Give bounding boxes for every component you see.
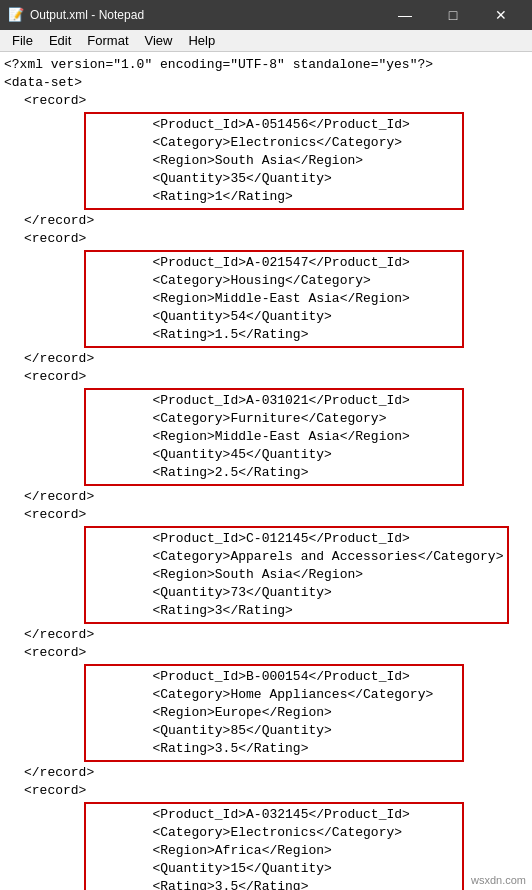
editor-content: <?xml version="1.0" encoding="UTF-8" sta… xyxy=(4,56,528,890)
record-4-line-3: <Quantity>85</Quantity> xyxy=(90,722,458,740)
record-open-0: <record> xyxy=(4,92,528,110)
record-open-5: <record> xyxy=(4,782,528,800)
record-0-line-2: <Region>South Asia</Region> xyxy=(90,152,458,170)
record-4-line-0: <Product_Id>B-000154</Product_Id> xyxy=(90,668,458,686)
record-3-line-2: <Region>South Asia</Region> xyxy=(90,566,503,584)
record-0-line-4: <Rating>1</Rating> xyxy=(90,188,458,206)
record-box-4: <Product_Id>B-000154</Product_Id> <Categ… xyxy=(84,664,464,762)
record-0-line-1: <Category>Electronics</Category> xyxy=(90,134,458,152)
menu-item-file[interactable]: File xyxy=(4,31,41,50)
title-bar: 📝 Output.xml - Notepad — □ ✕ xyxy=(0,0,532,30)
watermark: wsxdn.com xyxy=(471,874,526,886)
record-1-line-4: <Rating>1.5</Rating> xyxy=(90,326,458,344)
menu-item-edit[interactable]: Edit xyxy=(41,31,79,50)
record-5-line-4: <Rating>3.5</Rating> xyxy=(90,878,458,890)
record-box-0: <Product_Id>A-051456</Product_Id> <Categ… xyxy=(84,112,464,210)
minimize-button[interactable]: — xyxy=(382,0,428,30)
title-bar-controls: — □ ✕ xyxy=(382,0,524,30)
title-bar-title: Output.xml - Notepad xyxy=(30,8,144,22)
record-4-line-1: <Category>Home Appliances</Category> xyxy=(90,686,458,704)
title-bar-left: 📝 Output.xml - Notepad xyxy=(8,7,144,23)
record-open-3: <record> xyxy=(4,506,528,524)
record-box-3: <Product_Id>C-012145</Product_Id> <Categ… xyxy=(84,526,509,624)
record-close-3: </record> xyxy=(4,626,528,644)
record-4-line-4: <Rating>3.5</Rating> xyxy=(90,740,458,758)
root-open: <data-set> xyxy=(4,74,528,92)
menu-item-help[interactable]: Help xyxy=(180,31,223,50)
record-box-2: <Product_Id>A-031021</Product_Id> <Categ… xyxy=(84,388,464,486)
menu-bar: FileEditFormatViewHelp xyxy=(0,30,532,52)
app-icon: 📝 xyxy=(8,7,24,23)
record-2-line-4: <Rating>2.5</Rating> xyxy=(90,464,458,482)
menu-item-view[interactable]: View xyxy=(137,31,181,50)
record-2-line-2: <Region>Middle-East Asia</Region> xyxy=(90,428,458,446)
record-box-5: <Product_Id>A-032145</Product_Id> <Categ… xyxy=(84,802,464,890)
record-1-line-1: <Category>Housing</Category> xyxy=(90,272,458,290)
record-0-line-3: <Quantity>35</Quantity> xyxy=(90,170,458,188)
maximize-button[interactable]: □ xyxy=(430,0,476,30)
record-5-line-0: <Product_Id>A-032145</Product_Id> xyxy=(90,806,458,824)
records-container: <record> <Product_Id>A-051456</Product_I… xyxy=(4,92,528,890)
record-open-1: <record> xyxy=(4,230,528,248)
record-2-line-3: <Quantity>45</Quantity> xyxy=(90,446,458,464)
record-close-0: </record> xyxy=(4,212,528,230)
record-open-4: <record> xyxy=(4,644,528,662)
record-close-1: </record> xyxy=(4,350,528,368)
record-5-line-3: <Quantity>15</Quantity> xyxy=(90,860,458,878)
record-3-line-1: <Category>Apparels and Accessories</Cate… xyxy=(90,548,503,566)
record-3-line-0: <Product_Id>C-012145</Product_Id> xyxy=(90,530,503,548)
record-close-4: </record> xyxy=(4,764,528,782)
record-box-1: <Product_Id>A-021547</Product_Id> <Categ… xyxy=(84,250,464,348)
editor[interactable]: <?xml version="1.0" encoding="UTF-8" sta… xyxy=(0,52,532,890)
record-1-line-0: <Product_Id>A-021547</Product_Id> xyxy=(90,254,458,272)
record-4-line-2: <Region>Europe</Region> xyxy=(90,704,458,722)
record-2-line-0: <Product_Id>A-031021</Product_Id> xyxy=(90,392,458,410)
record-2-line-1: <Category>Furniture</Category> xyxy=(90,410,458,428)
xml-declaration: <?xml version="1.0" encoding="UTF-8" sta… xyxy=(4,56,528,74)
record-1-line-2: <Region>Middle-East Asia</Region> xyxy=(90,290,458,308)
record-5-line-2: <Region>Africa</Region> xyxy=(90,842,458,860)
record-open-2: <record> xyxy=(4,368,528,386)
record-1-line-3: <Quantity>54</Quantity> xyxy=(90,308,458,326)
record-5-line-1: <Category>Electronics</Category> xyxy=(90,824,458,842)
close-button[interactable]: ✕ xyxy=(478,0,524,30)
record-3-line-4: <Rating>3</Rating> xyxy=(90,602,503,620)
record-0-line-0: <Product_Id>A-051456</Product_Id> xyxy=(90,116,458,134)
record-3-line-3: <Quantity>73</Quantity> xyxy=(90,584,503,602)
menu-item-format[interactable]: Format xyxy=(79,31,136,50)
record-close-2: </record> xyxy=(4,488,528,506)
